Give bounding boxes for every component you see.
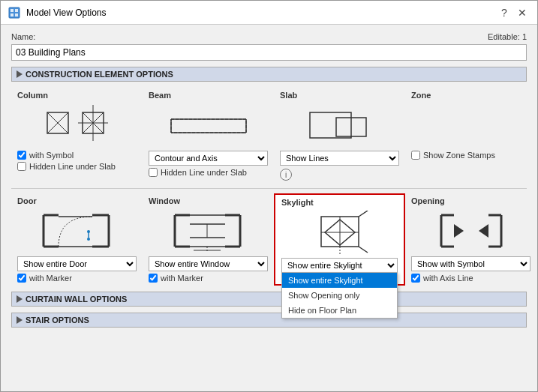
column-symbol-label: with Symbol <box>29 151 74 160</box>
window-cell: Window <box>143 193 274 286</box>
door-cell: Door <box>11 193 143 286</box>
skylight-option-3[interactable]: Hide on Floor Plan <box>282 303 397 318</box>
svg-line-50 <box>359 247 368 253</box>
dialog-icon <box>8 7 20 19</box>
door-marker-checkbox[interactable] <box>17 274 26 283</box>
window-icon <box>171 209 246 253</box>
svg-rect-13 <box>171 119 246 133</box>
column-hidden-line-checkbox[interactable] <box>17 162 26 171</box>
window-marker-label: with Marker <box>161 274 203 283</box>
window-marker-row: with Marker <box>149 274 268 283</box>
svg-rect-3 <box>11 13 14 16</box>
slab-label: Slab <box>280 91 399 100</box>
zone-stamp-checkbox[interactable] <box>411 151 420 160</box>
window-select-row: Show entire Window Show Opening only Hid… <box>149 256 268 271</box>
zone-label: Zone <box>411 91 530 100</box>
opening-axis-checkbox[interactable] <box>411 274 420 283</box>
slab-icon-area <box>280 103 399 148</box>
help-button[interactable]: ? <box>497 5 512 20</box>
svg-rect-2 <box>15 9 18 12</box>
beam-cell: Beam Contour and Axis Contour Only Axis <box>143 88 274 184</box>
zone-cell: Zone Show Zone Stamps <box>405 88 536 184</box>
slab-cell: Slab Show Lines Hide Lines i <box>274 88 405 184</box>
opening-select[interactable]: Show with Symbol Show Opening only Hide … <box>411 256 530 271</box>
skylight-dropdown: Show entire Skylight Show Opening only H… <box>281 272 398 319</box>
opening-label: Opening <box>411 196 530 205</box>
opening-icon <box>437 209 505 253</box>
stair-section-header[interactable]: STAIR OPTIONS <box>11 313 527 328</box>
column-icon <box>44 105 111 146</box>
opening-cell: Opening <box>405 193 536 286</box>
skylight-icon-area <box>281 210 398 255</box>
svg-rect-1 <box>11 9 14 12</box>
slab-info-icon[interactable]: i <box>280 169 292 181</box>
zone-icon-area <box>411 103 530 148</box>
window-label: Window <box>149 196 268 205</box>
beam-hidden-checkbox[interactable] <box>149 168 158 177</box>
beam-hidden-label: Hidden Line under Slab <box>161 168 247 177</box>
svg-point-30 <box>87 238 90 241</box>
svg-rect-4 <box>15 13 18 16</box>
svg-marker-58 <box>479 224 488 238</box>
model-view-options-dialog: Model View Options ? ✕ Name: Editable: 1… <box>0 0 538 392</box>
window-icon-area <box>149 208 268 253</box>
column-symbol-checkbox[interactable] <box>17 151 26 160</box>
construction-grid-bottom: Door <box>11 193 527 286</box>
column-cell: Column <box>11 88 143 184</box>
door-marker-row: with Marker <box>17 274 137 283</box>
door-marker-label: with Marker <box>29 274 72 283</box>
expand-icon <box>17 70 23 78</box>
slab-select-row: Show Lines Hide Lines <box>280 151 399 166</box>
construction-grid-top: Column <box>11 88 527 184</box>
skylight-cell: Skylight <box>274 193 405 286</box>
curtain-wall-section-label: CURTAIN WALL OPTIONS <box>26 295 127 304</box>
close-button[interactable]: ✕ <box>515 5 530 20</box>
curtain-wall-expand-icon <box>17 295 23 303</box>
beam-icon <box>167 110 250 140</box>
name-input[interactable] <box>11 44 527 61</box>
construction-section-header[interactable]: CONSTRUCTION ELEMENT OPTIONS <box>11 67 527 82</box>
opening-icon-area <box>411 208 530 253</box>
beam-icon-area <box>149 103 268 148</box>
title-bar: Model View Options ? ✕ <box>1 1 537 25</box>
svg-line-49 <box>359 211 368 217</box>
door-icon-area <box>17 208 137 253</box>
skylight-label: Skylight <box>281 198 398 207</box>
window-select[interactable]: Show entire Window Show Opening only Hid… <box>149 256 268 271</box>
opening-axis-row: with Axis Line <box>411 274 530 283</box>
dialog-title: Model View Options <box>26 7 107 18</box>
slab-select[interactable]: Show Lines Hide Lines <box>280 151 399 166</box>
beam-select-row: Contour and Axis Contour Only Axis Only <box>149 151 268 166</box>
skylight-select[interactable]: Show entire Skylight Show Opening only H… <box>281 258 398 273</box>
opening-axis-label: with Axis Line <box>423 274 473 283</box>
editable-label: Editable: 1 <box>488 32 527 41</box>
stair-section-label: STAIR OPTIONS <box>26 316 89 325</box>
column-hidden-line-label: Hidden Line under Slab <box>29 162 116 171</box>
window-marker-checkbox[interactable] <box>149 274 158 283</box>
curtain-wall-section-header[interactable]: CURTAIN WALL OPTIONS <box>11 292 527 307</box>
opening-select-row: Show with Symbol Show Opening only Hide … <box>411 256 530 271</box>
slab-icon <box>306 106 374 144</box>
name-row: Name: Editable: 1 <box>11 32 527 41</box>
name-label: Name: <box>11 32 35 41</box>
skylight-icon <box>306 211 374 254</box>
skylight-option-2[interactable]: Show Opening only <box>282 288 397 303</box>
dialog-body: Name: Editable: 1 CONSTRUCTION ELEMENT O… <box>1 25 537 391</box>
column-checkbox-row: with Symbol <box>17 151 137 160</box>
door-select[interactable]: Show entire Door Show Opening only Hide … <box>17 256 137 271</box>
beam-hidden-row: Hidden Line under Slab <box>149 168 268 177</box>
column-hidden-line-row: Hidden Line under Slab <box>17 162 137 171</box>
stair-expand-icon <box>17 316 23 324</box>
construction-section-label: CONSTRUCTION ELEMENT OPTIONS <box>26 70 173 79</box>
door-label: Door <box>17 196 137 205</box>
door-select-row: Show entire Door Show Opening only Hide … <box>17 256 137 271</box>
beam-label: Beam <box>149 91 268 100</box>
svg-marker-57 <box>454 224 464 238</box>
separator <box>11 188 527 189</box>
zone-stamp-row: Show Zone Stamps <box>411 151 530 160</box>
skylight-option-1[interactable]: Show entire Skylight <box>282 273 397 288</box>
door-icon <box>40 209 115 253</box>
svg-rect-18 <box>310 112 351 138</box>
beam-select[interactable]: Contour and Axis Contour Only Axis Only <box>149 151 268 166</box>
skylight-select-row: Show entire Skylight Show Opening only H… <box>281 258 398 273</box>
